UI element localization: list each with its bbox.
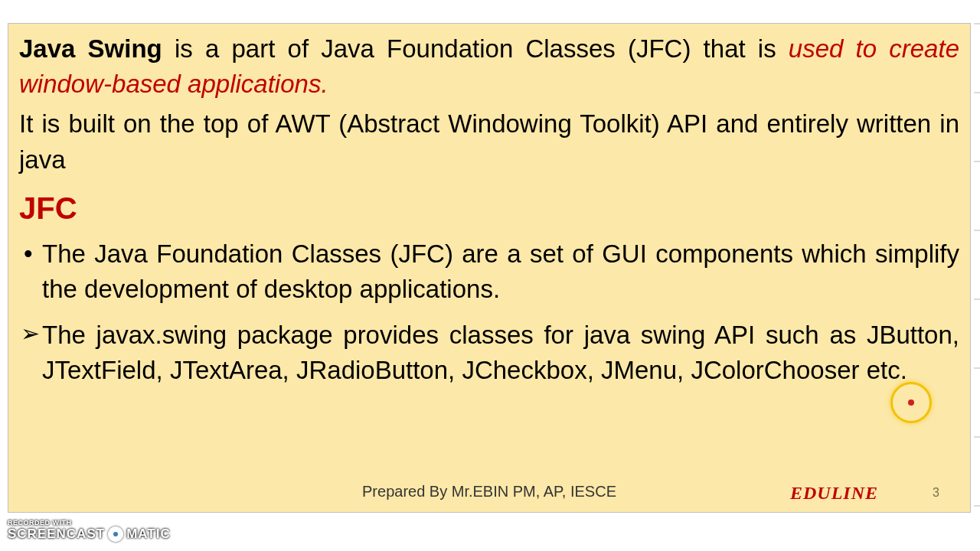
laser-pointer-icon <box>890 382 932 423</box>
term-java-swing: Java Swing <box>19 34 162 63</box>
watermark-brand: SCREENCAST MATIC <box>8 527 171 542</box>
paragraph-intro: Java Swing is a part of Java Foundation … <box>19 31 959 102</box>
watermark-brand-b: MATIC <box>126 527 171 542</box>
footer-brand: EDULINE <box>790 483 878 504</box>
page-number: 3 <box>933 486 939 500</box>
watermark-line1: RECORDED WITH <box>8 519 171 527</box>
paragraph-awt: It is built on the top of AWT (Abstract … <box>19 106 959 177</box>
arrow-swing-package: The javax.swing package provides classes… <box>19 318 959 388</box>
intro-mid: is a part of Java Foundation Classes (JF… <box>162 34 789 63</box>
slide-footer: Prepared By Mr.EBIN PM, AP, IESCE EDULIN… <box>8 483 970 506</box>
scroll-edge-decoration <box>974 23 980 513</box>
watermark-brand-a: SCREENCAST <box>8 527 105 542</box>
intro-dot: . <box>321 70 328 98</box>
slide: Java Swing is a part of Java Foundation … <box>8 23 971 513</box>
footer-author: Prepared By Mr.EBIN PM, AP, IESCE <box>362 483 616 500</box>
bullet-jfc-desc: The Java Foundation Classes (JFC) are a … <box>19 236 959 307</box>
watermark-logo-icon <box>108 527 123 542</box>
recorder-watermark: RECORDED WITH SCREENCAST MATIC <box>8 519 171 542</box>
heading-jfc: JFC <box>19 191 959 226</box>
